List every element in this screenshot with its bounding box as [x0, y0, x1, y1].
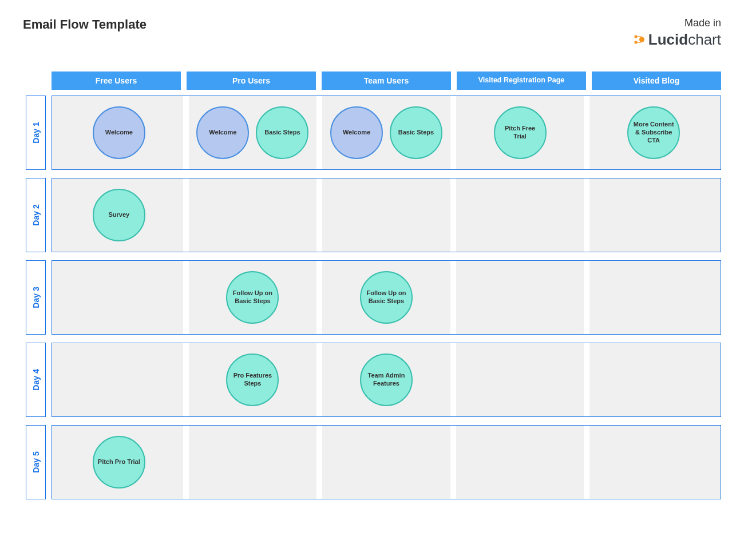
grid-cell: Pro Features Steps: [186, 343, 320, 416]
grid-cell: Pitch Free Trial: [453, 96, 587, 169]
email-bubble: Welcome: [196, 106, 249, 159]
email-bubble: Pro Features Steps: [226, 354, 279, 406]
grid-cell: [186, 178, 320, 252]
flow-grid: Free UsersPro UsersTeam UsersVisited Reg…: [26, 72, 721, 499]
email-bubble: Pitch Pro Trial: [93, 436, 145, 488]
row-label: Day 2: [26, 178, 46, 252]
grid-cell: [319, 178, 453, 252]
email-bubble: Basic Steps: [390, 106, 442, 159]
email-bubble: Pitch Free Trial: [494, 106, 547, 159]
grid-cell: [587, 261, 721, 334]
flow-row: Day 5Pitch Pro Trial: [26, 425, 721, 499]
grid-cell: [453, 261, 587, 334]
column-header: Visited Registration Page: [457, 72, 586, 90]
lucidchart-logo-icon: [632, 33, 645, 46]
column-headers: Free UsersPro UsersTeam UsersVisited Reg…: [52, 72, 721, 90]
branding: Made in Lucidchart: [632, 17, 721, 49]
grid-cell: Team Admin Features: [319, 343, 453, 416]
lucidchart-logo: Lucidchart: [632, 31, 721, 49]
column-header: Team Users: [322, 72, 451, 90]
grid-cell: [52, 261, 186, 334]
email-bubble: Welcome: [330, 106, 383, 159]
row-label-text: Day 2: [31, 204, 41, 225]
grid-cell: Welcome: [52, 96, 186, 169]
row-label-text: Day 1: [31, 122, 41, 143]
grid-cell: [453, 178, 587, 252]
row-body: Survey: [52, 178, 721, 252]
row-label: Day 4: [26, 343, 46, 417]
email-bubble: Follow Up on Basic Steps: [226, 271, 279, 324]
row-label-text: Day 5: [31, 451, 41, 472]
grid-cell: [453, 343, 587, 416]
grid-cell: Survey: [52, 178, 186, 252]
grid-cell: [319, 426, 453, 499]
grid-cell: Follow Up on Basic Steps: [319, 261, 453, 334]
row-label-text: Day 4: [31, 369, 41, 390]
row-body: WelcomeWelcomeBasic StepsWelcomeBasic St…: [52, 96, 721, 170]
flow-row: Day 1WelcomeWelcomeBasic StepsWelcomeBas…: [26, 96, 721, 170]
grid-cell: [587, 178, 721, 252]
grid-cell: Pitch Pro Trial: [52, 426, 186, 499]
column-header: Free Users: [52, 72, 181, 90]
row-label: Day 1: [26, 96, 46, 170]
flow-row: Day 2Survey: [26, 178, 721, 252]
row-body: Follow Up on Basic StepsFollow Up on Bas…: [52, 260, 721, 335]
email-bubble: Survey: [93, 189, 145, 241]
email-bubble: More Content & Subscribe CTA: [627, 106, 680, 159]
row-label-text: Day 3: [31, 287, 41, 308]
made-in-label: Made in: [632, 17, 721, 30]
email-bubble: Team Admin Features: [360, 354, 413, 406]
row-label: Day 5: [26, 425, 46, 499]
grid-cell: WelcomeBasic Steps: [319, 96, 453, 169]
grid-cell: WelcomeBasic Steps: [186, 96, 320, 169]
email-bubble: Basic Steps: [256, 106, 308, 159]
column-header: Pro Users: [187, 72, 316, 90]
row-body: Pitch Pro Trial: [52, 425, 721, 499]
email-bubble: Follow Up on Basic Steps: [360, 271, 413, 324]
email-bubble: Welcome: [93, 106, 145, 159]
flow-rows: Day 1WelcomeWelcomeBasic StepsWelcomeBas…: [26, 96, 721, 499]
flow-row: Day 3Follow Up on Basic StepsFollow Up o…: [26, 260, 721, 335]
grid-cell: [587, 426, 721, 499]
lucidchart-logo-text: Lucidchart: [648, 31, 721, 49]
page-title: Email Flow Template: [23, 17, 147, 32]
column-header: Visited Blog: [592, 72, 721, 90]
flow-row: Day 4Pro Features StepsTeam Admin Featur…: [26, 343, 721, 417]
grid-cell: More Content & Subscribe CTA: [587, 96, 721, 169]
grid-cell: [186, 426, 320, 499]
grid-cell: [587, 343, 721, 416]
grid-cell: Follow Up on Basic Steps: [186, 261, 320, 334]
row-body: Pro Features StepsTeam Admin Features: [52, 343, 721, 417]
header: Email Flow Template Made in Lucidchart: [23, 17, 721, 49]
grid-cell: [453, 426, 587, 499]
row-label: Day 3: [26, 260, 46, 335]
grid-cell: [52, 343, 186, 416]
